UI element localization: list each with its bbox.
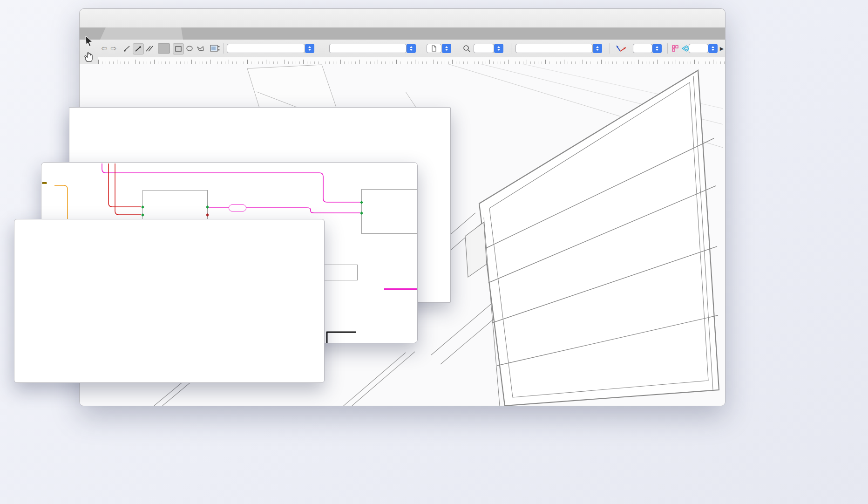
- xy-arrows-icon[interactable]: [614, 43, 628, 54]
- dmi-wire[interactable]: [54, 185, 68, 223]
- toolbar: ⇦ ⇨: [80, 40, 725, 58]
- layer-dropdown-3[interactable]: [515, 44, 593, 53]
- zoom-stepper[interactable]: [494, 44, 503, 53]
- patch-panel-window[interactable]: [14, 219, 325, 383]
- multi-connector-tool-icon[interactable]: [144, 43, 155, 54]
- polygon-tool-icon[interactable]: [196, 43, 206, 54]
- connector-tool-icon[interactable]: [122, 43, 132, 54]
- zoom-level-field[interactable]: [474, 44, 494, 53]
- offset-stepper[interactable]: [708, 44, 718, 53]
- dmi-tag[interactable]: [42, 182, 47, 184]
- view-panel-icon[interactable]: [209, 43, 221, 54]
- layer-dropdown-2[interactable]: [329, 44, 407, 53]
- ellipse-tool-icon[interactable]: [185, 43, 194, 54]
- angle-stepper[interactable]: [652, 44, 662, 53]
- pan-hand-icon[interactable]: [83, 51, 95, 66]
- layer-dropdown-3-stepper[interactable]: [593, 44, 602, 53]
- fill-swatch[interactable]: [158, 43, 170, 54]
- offset-field[interactable]: [689, 44, 708, 53]
- layer-dropdown-1-stepper[interactable]: [305, 44, 314, 53]
- zoom-search-icon[interactable]: [461, 43, 472, 54]
- lan1-wire[interactable]: [102, 163, 360, 202]
- page-stepper[interactable]: [442, 44, 451, 53]
- tab-bar: [80, 27, 725, 40]
- rectangle-tool-icon[interactable]: [173, 43, 184, 54]
- page-field[interactable]: [427, 44, 441, 53]
- toolbar-overflow-chevron[interactable]: ▶: [719, 43, 724, 54]
- grid-icon[interactable]: [671, 43, 679, 54]
- titlebar[interactable]: [80, 9, 725, 27]
- d9-wire[interactable]: [108, 163, 141, 207]
- back-arrow-button[interactable]: ⇦: [100, 43, 108, 54]
- close-traffic-light[interactable]: [88, 15, 94, 21]
- selection-cursor-icon[interactable]: [85, 35, 95, 49]
- layer-dropdown-1[interactable]: [227, 44, 305, 53]
- cable-tag-cat5e[interactable]: [229, 204, 246, 211]
- angle-field[interactable]: [633, 44, 652, 53]
- connector-tool-selected-icon[interactable]: [133, 43, 144, 54]
- layer-dropdown-2-stepper[interactable]: [407, 44, 416, 53]
- thick-black-wire[interactable]: [326, 332, 356, 343]
- forward-arrow-button[interactable]: ⇨: [109, 43, 118, 54]
- page-icon: [431, 45, 437, 52]
- amp-device-box[interactable]: [142, 190, 208, 222]
- horizontal-ruler: [98, 57, 725, 64]
- thick-magenta-wire[interactable]: [384, 288, 417, 290]
- switch-device-box[interactable]: [361, 189, 418, 234]
- tab-connectcad[interactable]: [100, 27, 183, 40]
- zoom-traffic-light[interactable]: [105, 15, 111, 21]
- minimize-traffic-light[interactable]: [96, 15, 102, 21]
